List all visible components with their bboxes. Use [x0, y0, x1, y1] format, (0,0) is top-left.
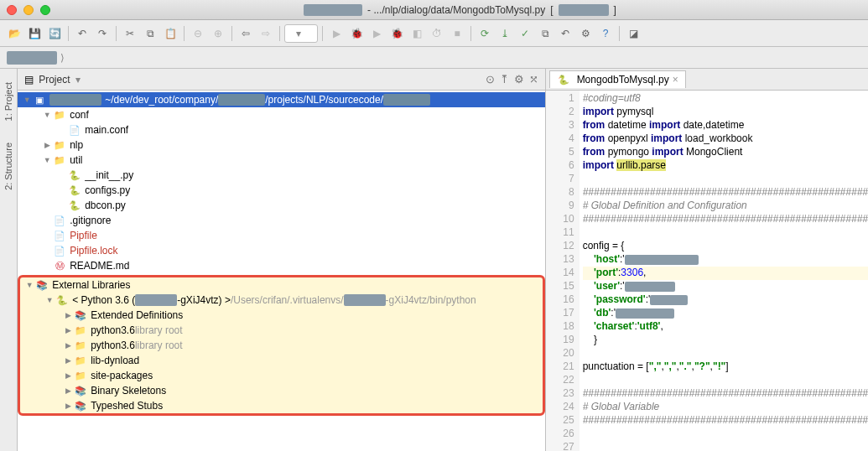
main-area: 1: Project 2: Structure ▤ Project ▾ ⊙ ⤒ … [0, 69, 868, 451]
scientific-mode-button[interactable]: ◪ [624, 24, 642, 43]
file-tab-mongodb[interactable]: 🐍 MongodbToMysql.py × [549, 70, 686, 88]
tree-nlp-folder[interactable]: ▶ 📁 nlp [18, 137, 544, 153]
coverage-button[interactable]: ◧ [408, 24, 426, 43]
library-icon: 📚 [35, 280, 49, 291]
open-button[interactable]: 📂 [5, 24, 23, 43]
tree-conf-folder[interactable]: ▼ 📁 conf [18, 107, 544, 122]
chevron-right-icon[interactable]: ▶ [62, 356, 74, 365]
tree-pipfile-lock[interactable]: 📄 Pipfile.lock [18, 243, 544, 258]
collapse-all-button[interactable]: ⤒ [500, 73, 509, 86]
chevron-down-icon[interactable]: ▼ [21, 96, 33, 104]
run-button[interactable]: ▶ [327, 24, 346, 43]
file-tab-label: MongodbToMysql.py [577, 74, 669, 86]
tree-init-py[interactable]: 🐍 __init__.py [18, 168, 544, 183]
python-file-icon: 🐍 [557, 75, 570, 86]
paste-button[interactable]: 📋 [161, 24, 179, 43]
panel-settings-button[interactable]: ⚙ [514, 73, 524, 86]
chevron-right-icon[interactable]: ▶ [62, 311, 74, 319]
chevron-right-icon[interactable]: ▶ [62, 386, 74, 395]
chevron-right-icon[interactable]: ▶ [62, 402, 74, 410]
zoom-out-button[interactable]: ⊖ [189, 24, 207, 43]
run2-button[interactable]: ▶ [367, 24, 386, 43]
tree-python36[interactable]: ▼ 🐍 < Python 3.6 ( -gXiJ4vtz) > /Users/c… [20, 293, 542, 308]
copy-button[interactable]: ⧉ [141, 24, 159, 43]
tree-root[interactable]: ▼ ▣ ~/dev/dev_root/company/ /projects/NL… [18, 92, 544, 107]
root-path-prefix: ~/dev/dev_root/company/ [105, 94, 218, 106]
tree-main-conf[interactable]: 📄 main.conf [18, 122, 544, 137]
chevron-right-icon[interactable]: ▶ [62, 371, 74, 380]
tree-python36-lib2[interactable]: ▶ 📁 python3.6 library root [20, 338, 542, 353]
close-tab-button[interactable]: × [673, 74, 678, 86]
hide-panel-button[interactable]: ⤱ [529, 73, 538, 86]
vcs-history-button[interactable]: ⧉ [536, 24, 554, 43]
left-tool-tabs: 1: Project 2: Structure [0, 69, 18, 451]
redo-button[interactable]: ↷ [93, 24, 112, 43]
tree-configs-py[interactable]: 🐍 configs.py [18, 183, 544, 198]
undo-button[interactable]: ↶ [73, 24, 91, 43]
sync-button[interactable]: 🔄 [45, 24, 64, 43]
tree-gitignore[interactable]: 📄 .gitignore [18, 213, 544, 228]
cut-button[interactable]: ✂ [121, 24, 139, 43]
chevron-down-icon[interactable]: ▼ [44, 296, 55, 304]
tree-python36-lib1[interactable]: ▶ 📁 python3.6 library root [20, 323, 542, 338]
debug-button[interactable]: 🐞 [347, 24, 366, 43]
panel-tools: ⊙ ⤒ ⚙ ⤱ [486, 73, 538, 86]
stop-button[interactable]: ■ [448, 24, 466, 43]
tree-site-packages[interactable]: ▶ 📁 site-packages [20, 368, 542, 383]
file-icon: 📄 [53, 246, 66, 257]
zoom-in-button[interactable]: ⊕ [209, 24, 227, 43]
folder-icon: 📁 [74, 325, 87, 336]
file-icon: 📄 [68, 125, 81, 136]
chevron-right-icon[interactable]: ▶ [41, 141, 53, 149]
tab-structure[interactable]: 2: Structure [2, 136, 15, 197]
code-editor[interactable]: 1234567891011121314151617181920212223242… [546, 91, 868, 451]
folder-icon: ▣ [33, 95, 46, 106]
project-tree[interactable]: ▼ ▣ ~/dev/dev_root/company/ /projects/NL… [18, 91, 544, 451]
tree-extended-definitions[interactable]: ▶ 📚 Extended Definitions [20, 308, 542, 323]
vcs-button[interactable]: ⟳ [476, 24, 494, 43]
chevron-down-icon[interactable]: ▼ [41, 111, 53, 119]
folder-icon: 📁 [53, 140, 66, 151]
vcs-commit-button[interactable]: ✓ [516, 24, 534, 43]
tree-util-folder[interactable]: ▼ 📁 util [18, 153, 544, 168]
tree-external-libraries[interactable]: ▼ 📚 External Libraries [20, 277, 542, 293]
panel-title: Project [39, 74, 70, 86]
vcs-update-button[interactable]: ⤓ [496, 24, 514, 43]
debug2-button[interactable]: 🐞 [387, 24, 406, 43]
code-lines[interactable]: #coding=utf8import pymysqlfrom datetime … [580, 91, 868, 451]
chevron-right-icon[interactable]: ▶ [62, 341, 74, 350]
tree-pipfile[interactable]: 📄 Pipfile [18, 228, 544, 243]
window-title: - .../nlp/dialog/data/MongodbToMysql.py … [59, 4, 861, 16]
profile-button[interactable]: ⏱ [428, 24, 446, 43]
forward-button[interactable]: ⇨ [257, 24, 275, 43]
minimize-window-button[interactable] [23, 5, 34, 15]
title-bar: - .../nlp/dialog/data/MongodbToMysql.py … [0, 0, 868, 20]
chevron-down-icon[interactable]: ▼ [41, 156, 53, 164]
folder-icon: 📁 [74, 340, 87, 351]
vcs-revert-button[interactable]: ↶ [556, 24, 574, 43]
scroll-to-source-button[interactable]: ⊙ [486, 73, 495, 86]
save-button[interactable]: 💾 [25, 24, 44, 43]
redacted-path-end [383, 94, 430, 106]
close-window-button[interactable] [7, 5, 17, 15]
tab-project[interactable]: 1: Project [2, 75, 15, 127]
settings-button[interactable]: ⚙ [576, 24, 595, 43]
redacted-title-suffix [559, 4, 609, 16]
redacted-venv-path [344, 294, 386, 306]
file-icon: 📄 [53, 231, 66, 241]
chevron-down-icon[interactable]: ▼ [23, 281, 35, 289]
breadcrumb-chevron-icon: ⟩ [60, 52, 65, 64]
tree-binary-skeletons[interactable]: ▶ 📚 Binary Skeletons [20, 383, 542, 398]
maximize-window-button[interactable] [40, 5, 50, 15]
help-button[interactable]: ? [596, 24, 615, 43]
tree-readme[interactable]: Ⓜ README.md [18, 258, 544, 273]
tree-typeshed-stubs[interactable]: ▶ 📚 Typeshed Stubs [20, 398, 542, 413]
back-button[interactable]: ⇦ [236, 24, 255, 43]
tree-dbcon-py[interactable]: 🐍 dbcon.py [18, 198, 544, 213]
redacted-title-part [304, 4, 362, 16]
tree-lib-dynload[interactable]: ▶ 📁 lib-dynload [20, 353, 542, 368]
line-gutter: 1234567891011121314151617181920212223242… [546, 91, 580, 451]
chevron-right-icon[interactable]: ▶ [62, 326, 74, 334]
breadcrumb-bar: ⟩ [0, 47, 868, 69]
run-config-dropdown[interactable]: ▾ [284, 24, 318, 43]
